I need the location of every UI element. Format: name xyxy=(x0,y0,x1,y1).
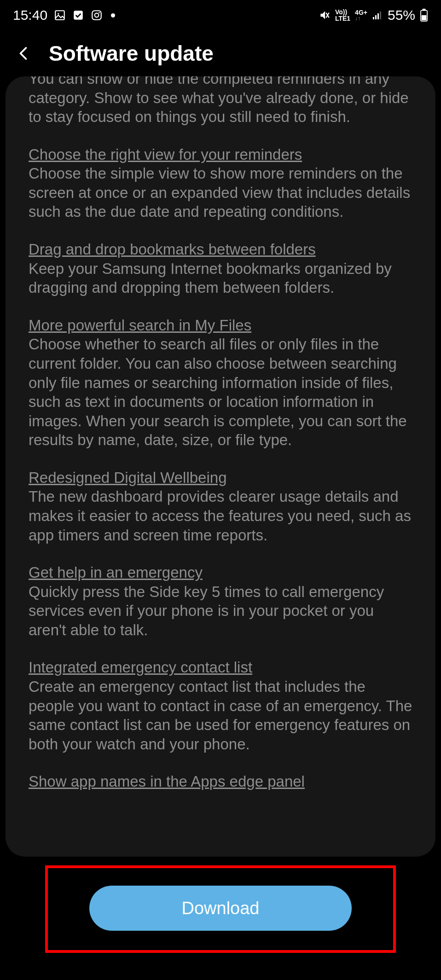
section-heading: Drag and drop bookmarks between folders xyxy=(29,241,316,258)
status-left: 15:40 xyxy=(13,7,115,23)
app-header: Software update xyxy=(0,30,441,76)
footer-area: Download xyxy=(0,865,441,953)
download-button[interactable]: Download xyxy=(89,886,352,931)
section-heading: Get help in an emergency xyxy=(29,564,203,581)
signal-icon xyxy=(372,10,383,21)
release-notes-content: You can show or hide the completed remin… xyxy=(6,76,435,791)
section-0: Choose the right view for your reminders… xyxy=(29,145,412,221)
section-heading: Redesigned Digital Wellbeing xyxy=(29,469,226,486)
highlight-annotation: Download xyxy=(45,865,396,953)
svg-point-4 xyxy=(95,13,99,17)
section-body: Choose the simple view to show more remi… xyxy=(29,165,410,220)
chevron-left-icon xyxy=(16,45,32,62)
cutoff-bottom-heading: Show app names in the Apps edge panel xyxy=(29,773,305,790)
battery-icon xyxy=(420,9,428,22)
svg-rect-2 xyxy=(74,11,83,20)
back-button[interactable] xyxy=(13,42,35,64)
instagram-icon xyxy=(91,9,103,21)
section-body: Quickly press the Side key 5 times to ca… xyxy=(29,583,384,638)
status-right: Vo)) LTE1 4G+ ↓↑ 55% xyxy=(319,7,428,23)
section-4: Get help in an emergency Quickly press t… xyxy=(29,563,412,639)
section-cutoff-bottom: Show app names in the Apps edge panel xyxy=(29,772,412,791)
section-3: Redesigned Digital Wellbeing The new das… xyxy=(29,468,412,545)
svg-rect-0 xyxy=(55,11,64,20)
battery-percent: 55% xyxy=(388,7,415,23)
section-heading: Choose the right view for your reminders xyxy=(29,146,302,163)
svg-rect-3 xyxy=(92,11,101,20)
section-1: Drag and drop bookmarks between folders … xyxy=(29,240,412,297)
section-cutoff-top: You can show or hide the completed remin… xyxy=(29,76,412,127)
section-body: The new dashboard provides clearer usage… xyxy=(29,488,411,543)
status-bar: 15:40 Vo)) LTE1 4G+ ↓↑ 55% xyxy=(0,0,441,30)
svg-rect-14 xyxy=(422,15,427,20)
svg-rect-8 xyxy=(373,17,374,19)
svg-rect-10 xyxy=(377,13,379,19)
more-notifications-dot xyxy=(111,13,115,17)
section-5: Integrated emergency contact list Create… xyxy=(29,658,412,754)
checkbox-icon xyxy=(72,9,84,21)
svg-point-1 xyxy=(58,13,59,14)
release-notes-panel[interactable]: You can show or hide the completed remin… xyxy=(6,76,435,857)
volte-indicator: Vo)) LTE1 xyxy=(335,9,350,22)
page-title: Software update xyxy=(49,41,214,66)
section-heading: More powerful search in My Files xyxy=(29,317,251,334)
svg-point-5 xyxy=(99,12,100,13)
section-body: Choose whether to search all files or on… xyxy=(29,336,407,448)
section-2: More powerful search in My Files Choose … xyxy=(29,316,412,450)
section-body: Create an emergency contact list that in… xyxy=(29,678,412,753)
svg-rect-9 xyxy=(375,15,377,19)
gallery-icon xyxy=(54,9,66,21)
network-type-indicator: 4G+ ↓↑ xyxy=(355,9,367,21)
mute-icon xyxy=(319,9,331,21)
section-heading: Integrated emergency contact list xyxy=(29,659,252,676)
section-body: Keep your Samsung Internet bookmarks org… xyxy=(29,260,392,296)
svg-rect-11 xyxy=(380,12,381,19)
status-time: 15:40 xyxy=(13,7,47,23)
cutoff-top-text: You can show or hide the completed remin… xyxy=(29,76,409,125)
